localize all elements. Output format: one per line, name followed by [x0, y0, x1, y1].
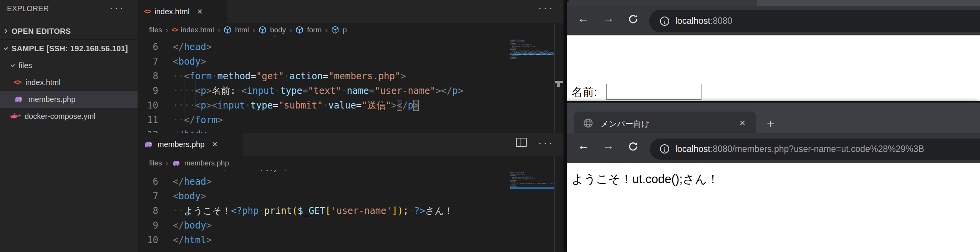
breadcrumb[interactable]: files › <> index.html › html › body › fo… — [138, 23, 564, 37]
minimap-border — [554, 23, 555, 133]
reload-icon[interactable] — [627, 141, 639, 152]
tab-strip: メンバー向け × + — [567, 103, 980, 133]
forward-icon[interactable]: → — [602, 13, 614, 24]
breadcrumb-separator: › — [252, 25, 255, 35]
url-text[interactable]: localhost:8080 — [675, 10, 732, 32]
forward-icon[interactable]: → — [602, 140, 614, 152]
html-file-icon: <> — [144, 7, 151, 16]
code-line: 7<body> — [138, 189, 558, 204]
chevron-down-icon — [2, 45, 9, 52]
breadcrumb-item[interactable]: p — [343, 26, 347, 34]
code-line: 9</body> — [138, 218, 558, 233]
code-line: 5··<title>メンバー向け</title> — [138, 170, 558, 174]
editor-more-actions-icon[interactable]: ··· — [538, 138, 554, 148]
sidebar-item-docker-compose[interactable]: docker-compose.yml — [0, 108, 148, 125]
docker-file-icon — [10, 112, 21, 120]
code-line: 6</head> — [138, 40, 558, 54]
explorer-sidebar: EXPLORER ··· OPEN EDITORS SAMPLE [SSH: 1… — [0, 0, 138, 252]
line-number: 7 — [138, 189, 158, 204]
workspace-root-item[interactable]: SAMPLE [SSH: 192.168.56.101] — [0, 40, 140, 57]
chevron-down-icon — [9, 62, 16, 69]
close-tab-icon[interactable]: × — [197, 6, 202, 17]
minimap-line: ようこそ！<?php print($_GET['user-name']); ?>… — [510, 183, 554, 184]
line-number: 11 — [138, 113, 158, 127]
name-label: 名前: — [572, 85, 597, 100]
code-line: 10</html> — [138, 233, 558, 247]
breadcrumb-item[interactable]: body — [270, 26, 286, 34]
code-line: 7<body> — [138, 54, 558, 69]
close-tab-icon[interactable]: × — [212, 139, 217, 150]
screen: EXPLORER ··· OPEN EDITORS SAMPLE [SSH: 1… — [0, 0, 980, 252]
new-tab-icon[interactable]: + — [767, 117, 774, 130]
site-info-icon[interactable]: i — [660, 17, 669, 26]
line-number: 7 — [138, 54, 158, 69]
sidebar-item-files-folder[interactable]: files — [0, 57, 147, 74]
editor-more-actions-icon[interactable]: ··· — [538, 3, 554, 13]
explorer-more-icon[interactable]: ··· — [109, 3, 125, 13]
tab-index-html[interactable]: <> index.html × — [138, 0, 227, 23]
code-line: 8··ようこそ！<?php·print($_GET['user-name']);… — [138, 204, 558, 218]
minimap-border — [554, 156, 555, 252]
tab-members-php[interactable]: members.php × — [138, 133, 243, 156]
back-icon[interactable]: ← — [577, 140, 589, 152]
scrollbar-handle[interactable] — [555, 81, 563, 87]
tab-label: members.php — [158, 140, 204, 149]
breadcrumb-item[interactable]: form — [307, 26, 322, 34]
indent-guide — [184, 218, 184, 233]
chevron-right-icon — [2, 28, 9, 35]
breadcrumb-item[interactable]: html — [235, 26, 249, 34]
html-file-icon: <> — [14, 78, 21, 87]
breadcrumb-item[interactable]: files — [149, 159, 162, 167]
site-info-icon[interactable]: i — [660, 144, 669, 154]
php-file-icon — [14, 95, 24, 103]
line-number: 10 — [138, 98, 158, 113]
tab-bar: <> index.html × ··· — [138, 0, 564, 23]
code-line: 11··</form> — [138, 113, 558, 127]
symbol-cube-icon — [295, 26, 303, 34]
file-label: docker-compose.yml — [25, 112, 96, 121]
minimap-line — [510, 187, 554, 189]
breadcrumb-item[interactable]: files — [149, 26, 162, 34]
minimap[interactable]: <!DOCTYPE html><html lang="ja"><head> <m… — [510, 40, 554, 61]
code-editor[interactable]: 5··<title>メンバー向け</title>6</head>7<body>8… — [138, 170, 558, 252]
code-line: 6</head> — [138, 174, 558, 189]
window-gap — [564, 0, 567, 252]
indent-guide — [195, 81, 196, 110]
folder-label: files — [18, 61, 32, 70]
tab-label: index.html — [154, 7, 189, 16]
line-number: 6 — [138, 40, 158, 54]
tab-bar: members.php × ··· — [138, 133, 564, 156]
breadcrumb-item[interactable]: members.php — [184, 159, 229, 167]
reload-icon[interactable] — [627, 13, 639, 25]
code-editor[interactable]: 5··<title>メンバー向け</title>6</head>7<body>8… — [138, 37, 558, 133]
minimap[interactable]: <!DOCTYPE html><html lang="ja"><head> <m… — [510, 172, 554, 190]
sidebar-item-index-html[interactable]: <> index.html — [0, 74, 151, 91]
file-label: members.php — [28, 95, 75, 104]
browser-window-result: メンバー向け × + ← → i localhost:8080/members.… — [567, 101, 980, 252]
code-line: 5··<title>メンバー向け</title> — [138, 37, 558, 40]
symbol-cube-icon — [224, 26, 232, 34]
back-icon[interactable]: ← — [577, 13, 589, 24]
url-path: :8080/members.php?user-name=ut.code%28%2… — [710, 144, 924, 154]
indent-guide — [184, 67, 184, 125]
breadcrumb[interactable]: files › members.php — [138, 156, 564, 170]
php-file-icon — [144, 140, 154, 148]
page-content: 名前: 送信 — [567, 35, 980, 102]
url-path: :8080 — [710, 16, 733, 26]
code-line: 8··<form·method="get"·action="members.ph… — [138, 69, 558, 83]
line-number: 10 — [138, 233, 158, 247]
line-number: 12 — [138, 127, 158, 133]
breadcrumb-item[interactable]: index.html — [181, 26, 214, 34]
sidebar-item-members-php[interactable]: members.php — [0, 91, 151, 108]
symbol-cube-icon — [259, 26, 267, 34]
editor-group-index-html: <> index.html × ··· files › <> index.htm… — [138, 0, 564, 133]
tab-members-page[interactable]: メンバー向け × — [574, 112, 756, 135]
active-tab-sliver[interactable] — [567, 0, 757, 6]
globe-icon — [583, 118, 594, 129]
close-tab-icon[interactable]: × — [740, 117, 745, 129]
url-text[interactable]: localhost:8080/members.php?user-name=ut.… — [675, 139, 924, 160]
name-input[interactable] — [606, 84, 701, 100]
open-editors-section[interactable]: OPEN EDITORS — [0, 23, 140, 39]
workspace-root-label: SAMPLE [SSH: 192.168.56.101] — [12, 44, 128, 53]
split-editor-icon[interactable] — [516, 138, 527, 147]
